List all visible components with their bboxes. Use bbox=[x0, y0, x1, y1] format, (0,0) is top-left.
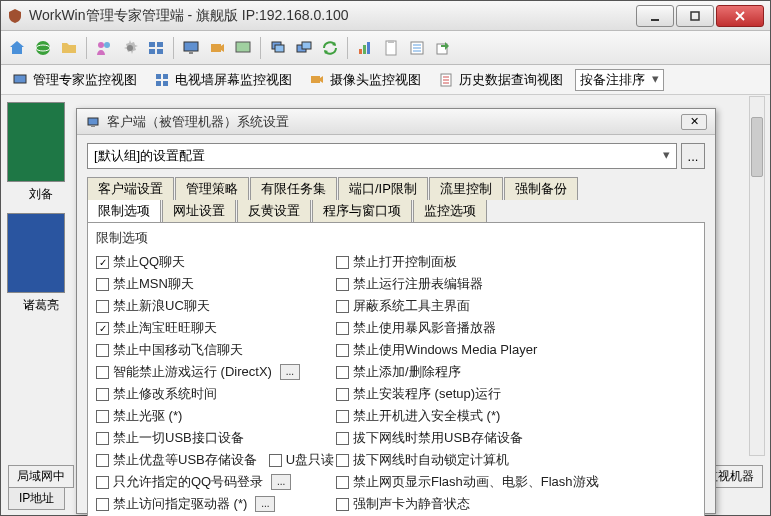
checkbox[interactable] bbox=[96, 300, 109, 313]
separator bbox=[347, 37, 348, 59]
svg-rect-29 bbox=[14, 75, 26, 83]
restriction-label: 禁止中国移动飞信聊天 bbox=[113, 341, 243, 359]
restriction-item: 禁止QQ聊天 bbox=[96, 251, 336, 273]
checkbox[interactable] bbox=[336, 454, 349, 467]
restriction-label: 禁止QQ聊天 bbox=[113, 253, 185, 271]
restriction-item: 禁止网页显示Flash动画、电影、Flash游戏 bbox=[336, 471, 696, 493]
close-button[interactable] bbox=[716, 5, 764, 27]
restriction-item: 拔下网线时自动锁定计算机 bbox=[336, 449, 696, 471]
checkbox[interactable] bbox=[269, 454, 282, 467]
camera-icon[interactable] bbox=[205, 36, 229, 60]
history-icon bbox=[437, 71, 455, 89]
checkbox[interactable] bbox=[96, 322, 109, 335]
config-button[interactable]: ... bbox=[271, 474, 291, 490]
checkbox[interactable] bbox=[96, 410, 109, 423]
clipboard-icon[interactable] bbox=[379, 36, 403, 60]
globe-icon[interactable] bbox=[31, 36, 55, 60]
view-label: 管理专家监控视图 bbox=[33, 71, 137, 89]
checkbox[interactable] bbox=[96, 476, 109, 489]
view-monitor[interactable]: 管理专家监控视图 bbox=[7, 69, 141, 91]
restriction-label: 禁止使用暴风影音播放器 bbox=[353, 319, 496, 337]
view-tvwall[interactable]: 电视墙屏幕监控视图 bbox=[149, 69, 296, 91]
checkbox[interactable] bbox=[336, 476, 349, 489]
refresh-icon[interactable] bbox=[318, 36, 342, 60]
restriction-label: 禁止添加/删除程序 bbox=[353, 363, 461, 381]
checkbox[interactable] bbox=[96, 256, 109, 269]
home-icon[interactable] bbox=[5, 36, 29, 60]
svg-rect-22 bbox=[386, 41, 396, 55]
monitor-icon[interactable] bbox=[179, 36, 203, 60]
windows-icon[interactable] bbox=[266, 36, 290, 60]
vertical-scrollbar[interactable] bbox=[749, 96, 765, 456]
restriction-label: 禁止光驱 (*) bbox=[113, 407, 182, 425]
desktop-icon[interactable] bbox=[231, 36, 255, 60]
client-thumbnail[interactable] bbox=[7, 213, 65, 293]
config-button[interactable]: ... bbox=[280, 364, 300, 380]
profile-browse-button[interactable]: ... bbox=[681, 143, 705, 169]
restriction-label: 禁止MSN聊天 bbox=[113, 275, 194, 293]
gear-icon[interactable] bbox=[118, 36, 142, 60]
restriction-label: 禁止运行注册表编辑器 bbox=[353, 275, 483, 293]
restriction-columns: 禁止QQ聊天禁止MSN聊天禁止新浪UC聊天禁止淘宝旺旺聊天禁止中国移动飞信聊天智… bbox=[96, 251, 696, 515]
checkbox[interactable] bbox=[336, 498, 349, 511]
restriction-label: 屏蔽系统工具主界面 bbox=[353, 297, 470, 315]
settings-tab[interactable]: 程序与窗口项 bbox=[312, 200, 412, 222]
client-thumbnail[interactable] bbox=[7, 102, 65, 182]
settings-tab[interactable]: 强制备份 bbox=[504, 177, 578, 200]
folder-icon[interactable] bbox=[57, 36, 81, 60]
list-icon[interactable] bbox=[405, 36, 429, 60]
settings-tab[interactable]: 监控选项 bbox=[413, 200, 487, 222]
checkbox[interactable] bbox=[96, 388, 109, 401]
minimize-button[interactable] bbox=[636, 5, 674, 27]
restriction-item: 禁止使用暴风影音播放器 bbox=[336, 317, 696, 339]
sort-dropdown[interactable]: 按备注排序 bbox=[575, 69, 664, 91]
view-camera[interactable]: 摄像头监控视图 bbox=[304, 69, 425, 91]
checkbox[interactable] bbox=[336, 256, 349, 269]
cascade-icon[interactable] bbox=[292, 36, 316, 60]
group-title: 限制选项 bbox=[96, 229, 696, 247]
dialog-close-button[interactable]: ✕ bbox=[681, 114, 707, 130]
users-icon[interactable] bbox=[92, 36, 116, 60]
settings-tab[interactable]: 网址设置 bbox=[162, 200, 236, 222]
chart-icon[interactable] bbox=[353, 36, 377, 60]
view-label: 摄像头监控视图 bbox=[330, 71, 421, 89]
restriction-label: 禁止使用Windows Media Player bbox=[353, 341, 537, 359]
svg-rect-11 bbox=[184, 42, 198, 51]
view-history[interactable]: 历史数据查询视图 bbox=[433, 69, 567, 91]
profile-dropdown[interactable]: [默认组]的设置配置 bbox=[87, 143, 677, 169]
monitors-icon[interactable] bbox=[144, 36, 168, 60]
tab-ip[interactable]: IP地址 bbox=[8, 487, 65, 510]
export-icon[interactable] bbox=[431, 36, 455, 60]
checkbox[interactable] bbox=[336, 278, 349, 291]
settings-tab[interactable]: 反黄设置 bbox=[237, 200, 311, 222]
checkbox[interactable] bbox=[336, 300, 349, 313]
checkbox[interactable] bbox=[336, 344, 349, 357]
svg-rect-36 bbox=[88, 118, 98, 125]
checkbox[interactable] bbox=[96, 278, 109, 291]
checkbox[interactable] bbox=[96, 498, 109, 511]
checkbox[interactable] bbox=[336, 410, 349, 423]
monitor-small-icon bbox=[11, 71, 29, 89]
settings-tab[interactable]: 限制选项 bbox=[87, 200, 161, 222]
settings-tab[interactable]: 流里控制 bbox=[429, 177, 503, 200]
checkbox[interactable] bbox=[96, 344, 109, 357]
tab-lan[interactable]: 局域网中 bbox=[8, 465, 74, 488]
dialog-title: 客户端（被管理机器）系统设置 bbox=[107, 113, 681, 131]
scrollbar-thumb[interactable] bbox=[751, 117, 763, 177]
settings-tab[interactable]: 管理策略 bbox=[175, 177, 249, 200]
checkbox[interactable] bbox=[96, 366, 109, 379]
client-name: 刘备 bbox=[7, 186, 75, 203]
settings-tab[interactable]: 客户端设置 bbox=[87, 177, 174, 200]
checkbox[interactable] bbox=[336, 388, 349, 401]
maximize-button[interactable] bbox=[676, 5, 714, 27]
checkbox[interactable] bbox=[336, 322, 349, 335]
client-name: 诸葛亮 bbox=[7, 297, 75, 314]
svg-rect-7 bbox=[149, 42, 155, 47]
settings-tab[interactable]: 有限任务集 bbox=[250, 177, 337, 200]
config-button[interactable]: ... bbox=[255, 496, 275, 512]
checkbox[interactable] bbox=[96, 432, 109, 445]
checkbox[interactable] bbox=[336, 366, 349, 379]
checkbox[interactable] bbox=[336, 432, 349, 445]
settings-tab[interactable]: 端口/IP限制 bbox=[338, 177, 428, 200]
checkbox[interactable] bbox=[96, 454, 109, 467]
